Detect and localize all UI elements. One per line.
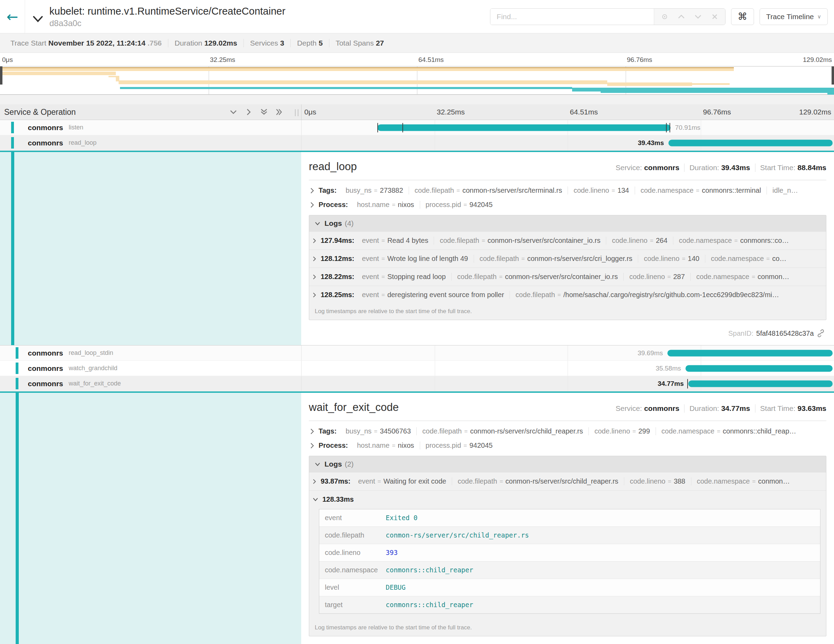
back-arrow-icon: ← [6, 9, 18, 25]
span-detail-panel: read_loop Service:conmonrs Duration:39.4… [301, 152, 834, 345]
operation-name: wait_for_exit_code [69, 380, 121, 387]
copy-link-button[interactable] [816, 329, 825, 338]
focus-match-button[interactable] [658, 10, 672, 24]
span-detail-read-loop: read_loop Service:conmonrs Duration:39.4… [0, 150, 834, 345]
logs-header[interactable]: Logs (4) [309, 215, 826, 231]
trace-titles: kubelet: runtime.v1.RuntimeService/Creat… [49, 5, 286, 28]
chevron-down-icon [230, 110, 237, 115]
span-color-bar [16, 347, 18, 359]
tags-label: Tags: [318, 427, 337, 435]
minimap-tick-labels: 0μs 32.25ms 64.51ms 96.76ms 129.02ms [0, 53, 834, 66]
span-tick [687, 379, 688, 388]
timeline-tick: 96.76ms [703, 108, 731, 116]
service-name: conmonrs [28, 349, 63, 357]
span-name-cell[interactable]: conmonrs wait_for_exit_code [0, 376, 301, 391]
minimap-canvas[interactable] [0, 66, 834, 95]
span-tick [669, 123, 670, 132]
double-chevron-right-icon [275, 108, 283, 116]
span-duration-label: 34.77ms [658, 380, 684, 388]
chevron-down-icon [694, 14, 702, 19]
view-selector-label: Trace Timeline [766, 13, 814, 21]
log-timestamp: 128.25ms: [321, 291, 354, 299]
trace-summary-bar: Trace StartNovember 15 2022, 11:24:14.75… [0, 33, 834, 53]
span-bar[interactable] [668, 139, 832, 146]
span-name-cell[interactable]: conmonrs watch_grandchild [0, 361, 301, 376]
minimap-span-bar [0, 72, 116, 75]
span-row-read-loop: conmonrs read_loop 39.43ms [0, 135, 834, 150]
process-row[interactable]: Process: host.name=nixos process.pid=942… [310, 442, 826, 450]
find-buttons [654, 9, 725, 25]
span-name-cell[interactable]: conmonrs listen [0, 120, 301, 135]
span-timeline-cell: 39.43ms [301, 135, 834, 150]
minimap-span-bar [692, 83, 730, 85]
log-entry[interactable]: 128.25ms: event=deregistering event sour… [309, 286, 826, 304]
collapse-all-button[interactable] [259, 107, 269, 117]
link-icon [816, 329, 825, 338]
minimap-tick: 32.25ms [210, 56, 236, 64]
column-resize-handle[interactable] [295, 109, 298, 116]
span-bar[interactable] [688, 380, 832, 387]
span-timeline-cell: 70.91ms [301, 120, 834, 135]
expand-one-button[interactable] [244, 107, 254, 117]
command-icon: ⌘ [738, 11, 747, 22]
top-right-controls: ⌘ Trace Timeline ∨ [490, 8, 834, 25]
trace-depth: Depth5 [291, 39, 329, 47]
service-name: conmonrs [28, 139, 63, 147]
find-input[interactable] [490, 9, 654, 25]
logs-count: (4) [345, 219, 354, 228]
clear-search-button[interactable] [708, 10, 722, 24]
logs-note: Log timestamps are relative to the start… [309, 620, 826, 636]
log-fields-table: event Exited 0 code.filepath conmon-rs/s… [319, 509, 820, 614]
span-bar[interactable] [668, 350, 832, 356]
operation-name: read_loop_stdin [69, 350, 113, 357]
back-button[interactable]: ← [0, 0, 25, 33]
span-bar[interactable] [685, 365, 832, 372]
chevron-right-icon [313, 274, 317, 280]
span-name-cell[interactable]: conmonrs read_loop [0, 135, 301, 150]
process-row[interactable]: Process: host.name=nixos process.pid=942… [310, 201, 826, 209]
tags-row[interactable]: Tags: busy_ns=273882 code.filepath=conmo… [310, 186, 826, 194]
span-id-row: SpanID: 4a947cfd1ce59537 [309, 640, 826, 644]
span-row-read-loop-stdin: conmonrs read_loop_stdin 39.69ms [0, 345, 834, 361]
logs-header[interactable]: Logs (2) [309, 456, 826, 472]
tag-key-truncated: idle_n… [767, 186, 798, 194]
view-selector-dropdown[interactable]: Trace Timeline ∨ [760, 8, 828, 25]
minimap-right-handle[interactable] [832, 66, 834, 84]
log-entry[interactable]: 127.94ms: event=Read 4 bytes code.filepa… [309, 231, 826, 249]
jaeger-trace-view: ← kubelet: runtime.v1.RuntimeService/Cre… [0, 0, 834, 644]
log-entry[interactable]: 128.12ms: event=Wrote log line of length… [309, 249, 826, 267]
chevron-right-icon [313, 238, 317, 244]
minimap-footer-strip [0, 95, 834, 104]
span-tick [402, 123, 403, 132]
span-id-row: SpanID: 5faf48165428c37a [309, 324, 826, 340]
next-match-button[interactable] [691, 10, 705, 24]
collapse-one-button[interactable] [228, 107, 239, 117]
logs-label: Logs [325, 460, 342, 468]
keyboard-shortcuts-button[interactable]: ⌘ [731, 8, 754, 25]
prev-match-button[interactable] [674, 10, 688, 24]
process-label: Process: [318, 201, 348, 209]
span-duration-label: 39.43ms [638, 139, 664, 147]
span-bar[interactable] [377, 124, 671, 131]
tags-label: Tags: [318, 186, 337, 194]
minimap-span-bar [607, 83, 692, 86]
log-entry[interactable]: 128.22ms: event=Stopping read loop code.… [309, 267, 826, 286]
log-entry-expanded-header[interactable]: 128.33ms [309, 490, 826, 507]
find-group [490, 8, 726, 25]
minimap-left-handle[interactable] [0, 66, 2, 84]
expand-all-button[interactable] [274, 107, 284, 117]
span-id-value: 5faf48165428c37a [756, 330, 814, 338]
minimap-tick: 129.02ms [803, 56, 832, 64]
tags-row[interactable]: Tags: busy_ns=34506763 code.filepath=con… [310, 427, 826, 435]
trace-total-spans: Total Spans27 [329, 39, 390, 47]
table-row: target conmonrs::child_reaper [319, 596, 820, 613]
span-name-cell[interactable]: conmonrs read_loop_stdin [0, 345, 301, 361]
log-entry[interactable]: 93.87ms: event=Waiting for exit code cod… [309, 472, 826, 490]
process-label: Process: [318, 442, 348, 450]
trace-start: Trace StartNovember 15 2022, 11:24:14.75… [4, 39, 168, 47]
minimap-span-bar [601, 90, 834, 93]
trace-collapse-toggle[interactable] [33, 16, 43, 23]
span-detail-meta: Service:conmonrs Duration:39.43ms Start … [611, 163, 826, 172]
timeline-tick: 0μs [304, 108, 316, 116]
logs-count: (2) [345, 460, 354, 468]
